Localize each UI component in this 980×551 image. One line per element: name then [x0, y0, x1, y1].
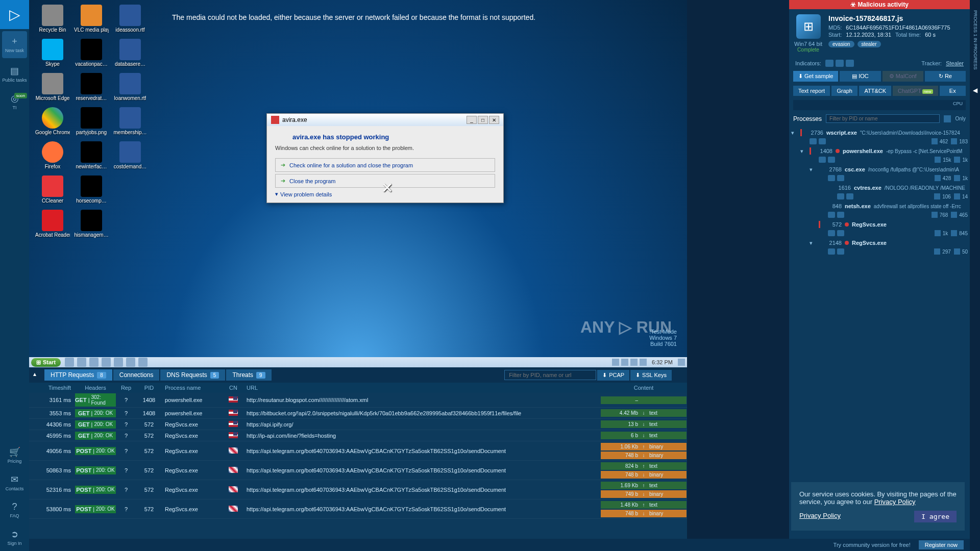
http-row[interactable]: 52316 msPOST | 200: OK?572RegSvcs.exehtt…	[29, 480, 687, 499]
start-button[interactable]: ⊞Start	[31, 358, 61, 367]
tab-dns-requests[interactable]: DNS Requests 5	[160, 369, 225, 381]
minimize-button[interactable]: _	[467, 116, 477, 124]
tree-toggle[interactable]: ▾	[791, 130, 797, 136]
col-rep[interactable]: Rep	[116, 385, 136, 391]
collapse-right-button[interactable]: ◀	[973, 87, 977, 94]
process-node[interactable]: 572RegSvcs.exe1k845	[807, 220, 970, 237]
tag[interactable]: stealer	[857, 41, 881, 47]
indicator-copy-icon[interactable]	[846, 60, 854, 67]
close-button[interactable]: ✕	[489, 116, 499, 124]
desktop-icon[interactable]: Acrobat Reader DC	[34, 208, 71, 240]
desktop-icon[interactable]: hismanagem…	[73, 208, 110, 240]
desktop-icon[interactable]: newinterfac…	[73, 139, 110, 171]
tree-toggle[interactable]: ▾	[810, 240, 816, 246]
pcap-button[interactable]: ⬇PCAP	[597, 370, 629, 381]
stat-icon[interactable]	[810, 138, 817, 144]
stat-icon[interactable]	[828, 212, 835, 218]
col-process[interactable]: Process name	[162, 385, 223, 391]
tab-http-requests[interactable]: HTTP Requests 8	[44, 369, 112, 381]
nav-ti[interactable]: soon ◎ TI	[0, 88, 29, 115]
desktop-icon[interactable]: Google Chrome	[34, 105, 71, 137]
text-report-button[interactable]: Text report	[793, 86, 830, 96]
nav-signin[interactable]: ➲ Sign In	[0, 523, 29, 551]
ioc-button[interactable]: ▤ IOC	[840, 71, 880, 82]
tray-network-icon[interactable]	[630, 359, 638, 366]
cookie-policy-link[interactable]: Privacy Policy	[799, 512, 841, 519]
tab-connections[interactable]: Connections	[113, 369, 160, 381]
stat-icon[interactable]	[837, 230, 844, 236]
stat-icon[interactable]	[828, 248, 835, 255]
process-node[interactable]: ▾2148RegSvcs.exe29750	[807, 238, 970, 256]
http-row[interactable]: 3553 msGET | 200: OK?1408powershell.exeh…	[29, 408, 687, 419]
http-row[interactable]: 45995 msGET | 200: OK?572RegSvcs.exehttp…	[29, 430, 687, 441]
attck-button[interactable]: ATT&CK	[859, 86, 891, 96]
taskbar-ie-icon[interactable]	[65, 358, 74, 367]
desktop-icon[interactable]: horsecomp…	[73, 173, 110, 206]
desktop-icon[interactable]: Firefox	[34, 139, 71, 171]
graph-button[interactable]: Graph	[831, 86, 857, 96]
tab-threats[interactable]: Threats 9	[226, 369, 271, 381]
indicator-script-icon[interactable]	[825, 60, 834, 67]
desktop-icon[interactable]: ideassoon.rtf	[112, 3, 149, 35]
stat-icon[interactable]	[828, 157, 835, 163]
desktop-icon[interactable]: costdemand…	[112, 139, 149, 171]
taskbar-media-icon[interactable]	[89, 358, 99, 367]
filter-icon[interactable]	[944, 115, 951, 122]
desktop-icon[interactable]: Recycle Bin	[34, 3, 71, 35]
get-sample-button[interactable]: ⬇ Get sample	[793, 71, 838, 82]
stat-icon[interactable]	[837, 248, 844, 255]
taskbar-explorer-icon[interactable]	[77, 358, 86, 367]
desktop-icon[interactable]: vacationpac…	[73, 37, 110, 69]
desktop-icon[interactable]: partyjobs.png	[73, 105, 110, 137]
desktop-icon[interactable]: databasere…	[112, 37, 149, 69]
http-row[interactable]: 3161 msGET | 302: Found?1408powershell.e…	[29, 393, 687, 408]
export-button[interactable]: Ex	[940, 86, 966, 96]
register-button[interactable]: Register now	[919, 540, 964, 549]
crash-view-details[interactable]: ▾ View problem details	[275, 191, 495, 197]
stat-icon[interactable]	[828, 175, 835, 181]
crash-titlebar[interactable]: avira.exe _ □ ✕	[267, 114, 503, 126]
stat-icon[interactable]	[837, 175, 844, 181]
col-url[interactable]: URL	[243, 385, 600, 391]
stat-icon[interactable]	[819, 138, 826, 144]
desktop-icon[interactable]: CCleaner	[34, 173, 71, 206]
tree-toggle[interactable]: ▾	[800, 148, 806, 155]
process-node[interactable]: ▾2736wscript.exe"C:\Users\admin\Download…	[789, 128, 970, 145]
cookie-agree-button[interactable]: I agree	[914, 511, 957, 522]
tray-show-desktop[interactable]	[678, 359, 685, 366]
nav-pricing[interactable]: 🛒 Pricing	[0, 441, 29, 469]
ssl-keys-button[interactable]: ⬇SSL Keys	[630, 370, 672, 381]
col-content[interactable]: Content	[600, 385, 687, 391]
nav-public-tasks[interactable]: ▤ Public tasks	[0, 60, 29, 88]
stat-icon[interactable]	[837, 193, 844, 199]
desktop-icon[interactable]: reservedrat…	[73, 71, 110, 103]
tag[interactable]: evasion	[828, 41, 854, 47]
desktop-icon[interactable]: Microsoft Edge	[34, 71, 71, 103]
vm-viewport[interactable]: Recycle BinVLC media playerideassoon.rtf…	[29, 0, 687, 367]
process-node[interactable]: 848netsh.exeadvfirewall set allprofiles …	[807, 202, 970, 219]
stat-icon[interactable]	[846, 193, 853, 199]
nav-contacts[interactable]: ✉ Contacts	[0, 469, 29, 496]
restart-button[interactable]: ↻ Re	[925, 71, 966, 82]
indicator-shield-icon[interactable]	[836, 60, 844, 67]
http-row[interactable]: 50863 msPOST | 200: OK?572RegSvcs.exehtt…	[29, 461, 687, 480]
nav-faq[interactable]: ? FAQ	[0, 496, 29, 523]
http-row[interactable]: 49056 msPOST | 200: OK?572RegSvcs.exehtt…	[29, 441, 687, 461]
http-row[interactable]: 44306 msGET | 200: OK?572RegSvcs.exehttp…	[29, 419, 687, 430]
taskbar-clock[interactable]: 6:32 PM	[652, 359, 673, 365]
process-node[interactable]: 1616cvtres.exe/NOLOGO /READONLY /MACHINE…	[817, 183, 970, 201]
taskbar-chrome-icon[interactable]	[102, 358, 111, 367]
process-filter-input[interactable]	[826, 114, 940, 123]
nav-new-task[interactable]: + New task	[2, 31, 27, 58]
desktop-icon[interactable]: membership…	[112, 105, 149, 137]
col-pid[interactable]: PID	[136, 385, 162, 391]
tree-toggle[interactable]: ▾	[810, 166, 816, 173]
taskbar-app-icon[interactable]	[138, 358, 148, 367]
process-node[interactable]: ▾1408powershell.exe-ep Bypass -c [Net.Se…	[798, 146, 970, 164]
collapse-panel-button[interactable]: ▴	[33, 370, 36, 378]
tray-volume-icon[interactable]	[621, 359, 628, 366]
crash-option-close[interactable]: ➔ Close the program	[275, 174, 495, 188]
logo[interactable]: ▷	[0, 0, 29, 29]
stat-icon[interactable]	[819, 157, 826, 163]
taskbar-firefox-icon[interactable]	[114, 358, 123, 367]
